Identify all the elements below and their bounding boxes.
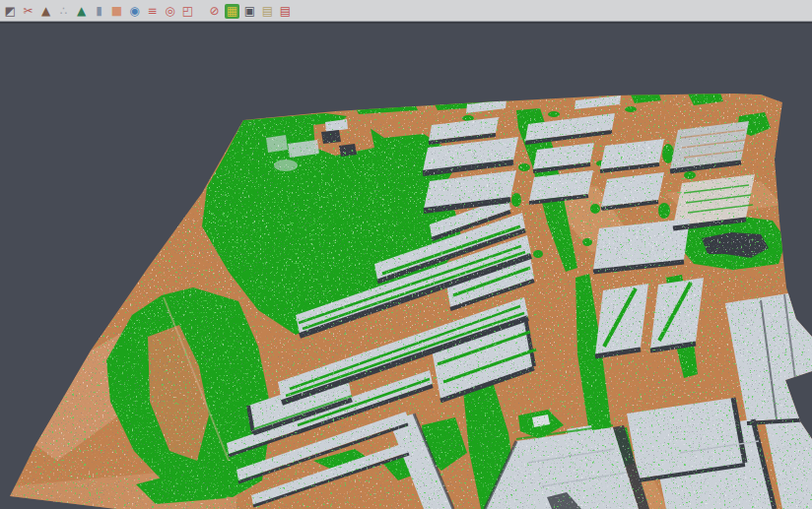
cut-tool-icon[interactable]: ✂ xyxy=(21,4,35,19)
terrain-brown-icon[interactable]: ▲ xyxy=(38,4,53,19)
viewport-3d[interactable] xyxy=(0,0,812,509)
flag-marker-icon[interactable]: ▤ xyxy=(278,4,293,19)
point-cloud-render xyxy=(0,0,812,509)
crop-region-icon[interactable]: ◰ xyxy=(180,4,195,19)
target-tool-icon[interactable]: ◎ xyxy=(163,4,177,19)
terrain-green-icon[interactable]: ▲ xyxy=(74,4,89,19)
document-tan-icon[interactable]: ▤ xyxy=(260,4,275,19)
open-file-icon[interactable]: ◩ xyxy=(3,4,18,19)
deselect-region-icon[interactable]: ⊘ xyxy=(207,4,222,19)
classification-colors-icon[interactable]: ▦ xyxy=(225,4,239,19)
point-set-icon[interactable]: ∴ xyxy=(56,4,71,19)
area-selection-icon[interactable]: ■ xyxy=(109,4,124,19)
app-window: ◩✂▲∴▲▮■◉≡◎◰⊘▦▣▤▤ xyxy=(0,0,812,509)
profile-view-icon[interactable]: ▮ xyxy=(92,4,106,19)
toolbar: ◩✂▲∴▲▮■◉≡◎◰⊘▦▣▤▤ xyxy=(0,0,812,24)
globe-view-icon[interactable]: ◉ xyxy=(127,4,142,19)
camera-capture-icon[interactable]: ▣ xyxy=(242,4,257,19)
list-view-icon[interactable]: ≡ xyxy=(145,4,160,19)
